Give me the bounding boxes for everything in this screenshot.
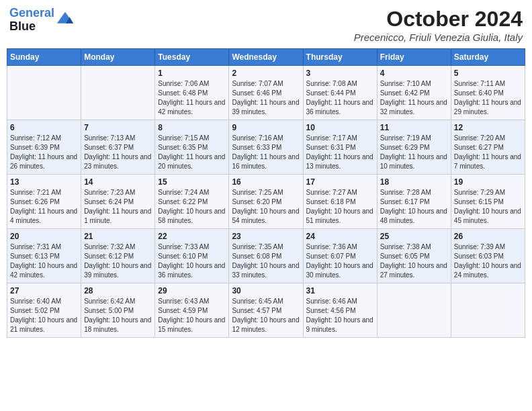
calendar-cell: 12Sunrise: 7:20 AM Sunset: 6:27 PM Dayli… bbox=[451, 120, 525, 175]
day-number: 15 bbox=[158, 177, 226, 187]
day-number: 14 bbox=[84, 177, 152, 187]
day-info: Sunrise: 6:43 AM Sunset: 4:59 PM Dayligh… bbox=[158, 297, 226, 334]
calendar-cell: 19Sunrise: 7:29 AM Sunset: 6:15 PM Dayli… bbox=[451, 175, 525, 229]
day-number: 29 bbox=[158, 286, 226, 295]
calendar-cell: 31Sunrise: 6:46 AM Sunset: 4:56 PM Dayli… bbox=[303, 283, 377, 338]
calendar-cell: 26Sunrise: 7:39 AM Sunset: 6:03 PM Dayli… bbox=[451, 229, 525, 283]
logo-text: GeneralBlue bbox=[9, 7, 54, 34]
day-number: 25 bbox=[380, 232, 448, 241]
day-info: Sunrise: 7:06 AM Sunset: 6:48 PM Dayligh… bbox=[158, 79, 226, 117]
week-row-4: 20Sunrise: 7:31 AM Sunset: 6:13 PM Dayli… bbox=[7, 229, 525, 283]
calendar-cell bbox=[377, 283, 451, 338]
day-of-week-monday: Monday bbox=[81, 49, 155, 66]
day-number: 27 bbox=[10, 286, 78, 295]
calendar-cell: 27Sunrise: 6:40 AM Sunset: 5:02 PM Dayli… bbox=[7, 283, 81, 338]
day-of-week-wednesday: Wednesday bbox=[229, 49, 303, 66]
day-info: Sunrise: 7:36 AM Sunset: 6:07 PM Dayligh… bbox=[306, 242, 374, 280]
day-info: Sunrise: 6:40 AM Sunset: 5:02 PM Dayligh… bbox=[10, 297, 78, 334]
day-number: 16 bbox=[232, 177, 300, 187]
day-info: Sunrise: 7:20 AM Sunset: 6:27 PM Dayligh… bbox=[454, 134, 522, 171]
calendar-cell: 18Sunrise: 7:28 AM Sunset: 6:17 PM Dayli… bbox=[377, 175, 451, 229]
calendar-cell bbox=[81, 66, 155, 120]
day-number: 20 bbox=[10, 232, 78, 241]
day-info: Sunrise: 7:25 AM Sunset: 6:20 PM Dayligh… bbox=[232, 188, 300, 226]
day-number: 1 bbox=[158, 68, 226, 78]
calendar-cell: 16Sunrise: 7:25 AM Sunset: 6:20 PM Dayli… bbox=[229, 175, 303, 229]
day-of-week-tuesday: Tuesday bbox=[155, 49, 229, 66]
calendar-table: SundayMondayTuesdayWednesdayThursdayFrid… bbox=[7, 48, 525, 338]
calendar-cell: 7Sunrise: 7:13 AM Sunset: 6:37 PM Daylig… bbox=[81, 120, 155, 175]
week-row-3: 13Sunrise: 7:21 AM Sunset: 6:26 PM Dayli… bbox=[7, 175, 525, 229]
day-number: 11 bbox=[380, 123, 448, 132]
calendar-cell: 8Sunrise: 7:15 AM Sunset: 6:35 PM Daylig… bbox=[155, 120, 229, 175]
calendar-cell: 25Sunrise: 7:38 AM Sunset: 6:05 PM Dayli… bbox=[377, 229, 451, 283]
day-number: 8 bbox=[158, 123, 226, 132]
calendar-cell: 23Sunrise: 7:35 AM Sunset: 6:08 PM Dayli… bbox=[229, 229, 303, 283]
day-number: 31 bbox=[306, 286, 374, 295]
day-number: 22 bbox=[158, 232, 226, 241]
page-header: GeneralBlue October 2024 Precenicco, Fri… bbox=[7, 7, 525, 43]
day-number: 9 bbox=[232, 123, 300, 132]
calendar-cell: 15Sunrise: 7:24 AM Sunset: 6:22 PM Dayli… bbox=[155, 175, 229, 229]
week-row-5: 27Sunrise: 6:40 AM Sunset: 5:02 PM Dayli… bbox=[7, 283, 525, 338]
week-row-2: 6Sunrise: 7:12 AM Sunset: 6:39 PM Daylig… bbox=[7, 120, 525, 175]
day-info: Sunrise: 7:19 AM Sunset: 6:29 PM Dayligh… bbox=[380, 134, 448, 171]
day-info: Sunrise: 7:13 AM Sunset: 6:37 PM Dayligh… bbox=[84, 134, 152, 171]
day-number: 26 bbox=[454, 232, 522, 241]
day-number: 17 bbox=[306, 177, 374, 187]
day-info: Sunrise: 7:07 AM Sunset: 6:46 PM Dayligh… bbox=[232, 79, 300, 117]
day-info: Sunrise: 7:32 AM Sunset: 6:12 PM Dayligh… bbox=[84, 242, 152, 280]
calendar-cell: 24Sunrise: 7:36 AM Sunset: 6:07 PM Dayli… bbox=[303, 229, 377, 283]
day-info: Sunrise: 7:08 AM Sunset: 6:44 PM Dayligh… bbox=[306, 79, 374, 117]
day-number: 13 bbox=[10, 177, 78, 187]
day-info: Sunrise: 7:35 AM Sunset: 6:08 PM Dayligh… bbox=[232, 242, 300, 280]
day-info: Sunrise: 7:16 AM Sunset: 6:33 PM Dayligh… bbox=[232, 134, 300, 171]
day-info: Sunrise: 7:10 AM Sunset: 6:42 PM Dayligh… bbox=[380, 79, 448, 117]
calendar-cell: 20Sunrise: 7:31 AM Sunset: 6:13 PM Dayli… bbox=[7, 229, 81, 283]
day-info: Sunrise: 7:38 AM Sunset: 6:05 PM Dayligh… bbox=[380, 242, 448, 280]
logo-icon bbox=[56, 11, 75, 30]
day-info: Sunrise: 7:24 AM Sunset: 6:22 PM Dayligh… bbox=[158, 188, 226, 226]
day-number: 2 bbox=[232, 68, 300, 78]
calendar-cell: 6Sunrise: 7:12 AM Sunset: 6:39 PM Daylig… bbox=[7, 120, 81, 175]
calendar-cell: 13Sunrise: 7:21 AM Sunset: 6:26 PM Dayli… bbox=[7, 175, 81, 229]
calendar-body: 1Sunrise: 7:06 AM Sunset: 6:48 PM Daylig… bbox=[7, 66, 525, 338]
day-info: Sunrise: 7:28 AM Sunset: 6:17 PM Dayligh… bbox=[380, 188, 448, 226]
day-number: 23 bbox=[232, 232, 300, 241]
main-title: October 2024 bbox=[354, 7, 523, 32]
day-of-week-friday: Friday bbox=[377, 49, 451, 66]
day-info: Sunrise: 7:17 AM Sunset: 6:31 PM Dayligh… bbox=[306, 134, 374, 171]
calendar-cell: 14Sunrise: 7:23 AM Sunset: 6:24 PM Dayli… bbox=[81, 175, 155, 229]
calendar-cell: 4Sunrise: 7:10 AM Sunset: 6:42 PM Daylig… bbox=[377, 66, 451, 120]
day-number: 7 bbox=[84, 123, 152, 132]
calendar-cell bbox=[451, 283, 525, 338]
day-info: Sunrise: 7:12 AM Sunset: 6:39 PM Dayligh… bbox=[10, 134, 78, 171]
day-of-week-thursday: Thursday bbox=[303, 49, 377, 66]
day-info: Sunrise: 6:45 AM Sunset: 4:57 PM Dayligh… bbox=[232, 297, 300, 334]
subtitle: Precenicco, Friuli Venezia Giulia, Italy bbox=[354, 32, 523, 43]
calendar-cell: 30Sunrise: 6:45 AM Sunset: 4:57 PM Dayli… bbox=[229, 283, 303, 338]
calendar-cell: 3Sunrise: 7:08 AM Sunset: 6:44 PM Daylig… bbox=[303, 66, 377, 120]
day-number: 21 bbox=[84, 232, 152, 241]
week-row-1: 1Sunrise: 7:06 AM Sunset: 6:48 PM Daylig… bbox=[7, 66, 525, 120]
day-number: 10 bbox=[306, 123, 374, 132]
calendar-cell: 2Sunrise: 7:07 AM Sunset: 6:46 PM Daylig… bbox=[229, 66, 303, 120]
title-block: October 2024 Precenicco, Friuli Venezia … bbox=[354, 7, 523, 43]
day-info: Sunrise: 7:23 AM Sunset: 6:24 PM Dayligh… bbox=[84, 188, 152, 226]
calendar-cell: 28Sunrise: 6:42 AM Sunset: 5:00 PM Dayli… bbox=[81, 283, 155, 338]
calendar-cell: 11Sunrise: 7:19 AM Sunset: 6:29 PM Dayli… bbox=[377, 120, 451, 175]
day-info: Sunrise: 7:33 AM Sunset: 6:10 PM Dayligh… bbox=[158, 242, 226, 280]
day-info: Sunrise: 7:27 AM Sunset: 6:18 PM Dayligh… bbox=[306, 188, 374, 226]
day-number: 4 bbox=[380, 68, 448, 78]
day-info: Sunrise: 7:15 AM Sunset: 6:35 PM Dayligh… bbox=[158, 134, 226, 171]
day-number: 30 bbox=[232, 286, 300, 295]
day-number: 6 bbox=[10, 123, 78, 132]
day-info: Sunrise: 7:31 AM Sunset: 6:13 PM Dayligh… bbox=[10, 242, 78, 280]
calendar-cell: 1Sunrise: 7:06 AM Sunset: 6:48 PM Daylig… bbox=[155, 66, 229, 120]
day-number: 19 bbox=[454, 177, 522, 187]
day-info: Sunrise: 6:42 AM Sunset: 5:00 PM Dayligh… bbox=[84, 297, 152, 334]
day-info: Sunrise: 7:29 AM Sunset: 6:15 PM Dayligh… bbox=[454, 188, 522, 226]
day-info: Sunrise: 6:46 AM Sunset: 4:56 PM Dayligh… bbox=[306, 297, 374, 334]
calendar-cell: 22Sunrise: 7:33 AM Sunset: 6:10 PM Dayli… bbox=[155, 229, 229, 283]
calendar-cell: 29Sunrise: 6:43 AM Sunset: 4:59 PM Dayli… bbox=[155, 283, 229, 338]
